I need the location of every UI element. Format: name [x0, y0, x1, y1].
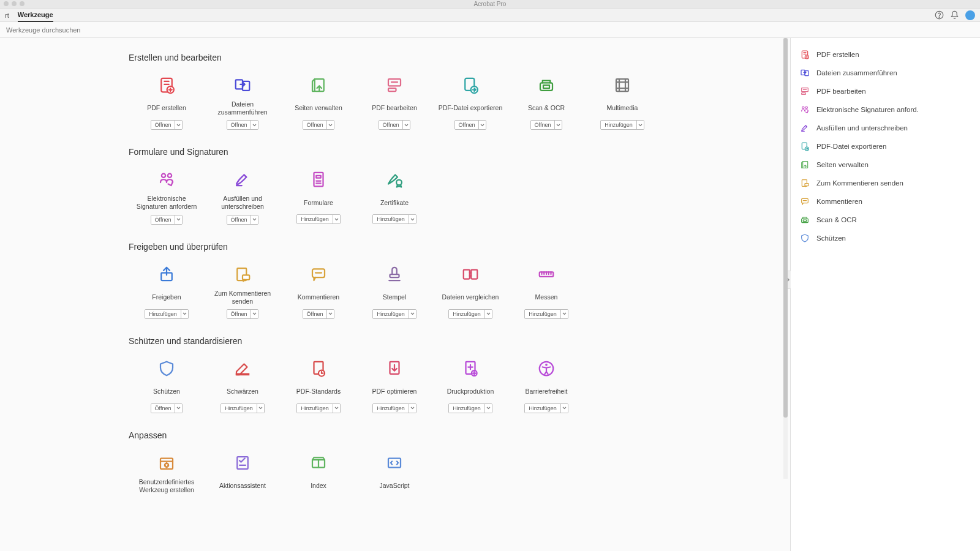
- tool-request-signatures[interactable]: Elektronische Signaturen anfordernÖffnen: [129, 165, 205, 233]
- tool-send-comments[interactable]: Zum Kommentieren sendenÖffnen: [205, 260, 281, 328]
- chevron-down-icon[interactable]: [478, 121, 486, 129]
- tool-action-button[interactable]: Öffnen: [151, 403, 183, 413]
- tab-tools[interactable]: Werkzeuge: [18, 9, 53, 22]
- rail-item-combine-files[interactable]: Dateien zusammenführen: [797, 64, 974, 82]
- tool-edit-pdf[interactable]: PDF bearbeitenÖffnen: [356, 71, 432, 138]
- tool-action-button[interactable]: Öffnen: [151, 120, 183, 130]
- rail-item-comment[interactable]: Kommentieren: [797, 192, 974, 211]
- minimize-window-icon[interactable]: [12, 1, 17, 6]
- tool-action-button[interactable]: Hinzufügen: [372, 309, 417, 319]
- chevron-down-icon[interactable]: [181, 310, 188, 318]
- tool-scan-ocr[interactable]: Scan & OCRÖffnen: [508, 71, 584, 138]
- tool-action-button[interactable]: Öffnen: [151, 215, 183, 225]
- tool-action-button[interactable]: Hinzufügen: [524, 403, 568, 413]
- tool-accessibility[interactable]: BarrierefreiheitHinzufügen: [508, 354, 584, 422]
- chevron-down-icon[interactable]: [636, 121, 644, 129]
- chevron-down-icon[interactable]: [326, 310, 334, 318]
- tool-action-button[interactable]: Öffnen: [227, 120, 259, 130]
- tool-action-label: Hinzufügen: [373, 215, 409, 223]
- tool-label: Schützen: [153, 384, 180, 400]
- tool-measure[interactable]: MessenHinzufügen: [508, 260, 584, 328]
- tool-action-button[interactable]: Hinzufügen: [448, 309, 492, 319]
- close-window-icon[interactable]: [4, 1, 9, 6]
- tab-start[interactable]: rt: [5, 9, 9, 21]
- chevron-down-icon[interactable]: [251, 121, 258, 129]
- tool-share[interactable]: FreigebenHinzufügen: [129, 260, 205, 328]
- maximize-window-icon[interactable]: [20, 1, 24, 6]
- bell-icon[interactable]: [950, 10, 959, 20]
- tool-action-button[interactable]: Öffnen: [227, 215, 259, 225]
- tool-fill-sign[interactable]: Ausfüllen und unterschreibenÖffnen: [205, 165, 281, 233]
- tool-action-button[interactable]: Öffnen: [379, 120, 411, 130]
- chevron-down-icon[interactable]: [560, 404, 568, 413]
- tool-action-button[interactable]: Öffnen: [227, 309, 259, 319]
- tool-certificates[interactable]: ZertifikateHinzufügen: [356, 165, 432, 233]
- tool-action-button[interactable]: Hinzufügen: [372, 403, 417, 413]
- tool-javascript[interactable]: JavaScript: [356, 449, 432, 506]
- rail-item-request-signatures[interactable]: Elektronische Signaturen anford.: [797, 100, 974, 119]
- chevron-down-icon[interactable]: [175, 404, 182, 413]
- chevron-down-icon[interactable]: [409, 310, 416, 318]
- chevron-down-icon[interactable]: [484, 404, 492, 413]
- chevron-down-icon[interactable]: [175, 121, 182, 129]
- tool-optimize[interactable]: PDF optimierenHinzufügen: [356, 354, 432, 422]
- chevron-down-icon[interactable]: [484, 310, 492, 318]
- chevron-down-icon[interactable]: [251, 216, 258, 224]
- tool-action-button[interactable]: Öffnen: [454, 120, 487, 130]
- tool-action-button[interactable]: Hinzufügen: [296, 214, 341, 224]
- tool-multimedia[interactable]: MultimediaHinzufügen: [584, 71, 660, 138]
- protect-icon: [799, 233, 810, 244]
- tool-compare[interactable]: Dateien vergleichenHinzufügen: [432, 260, 508, 328]
- export-pdf-icon: [799, 141, 810, 152]
- chevron-down-icon[interactable]: [402, 121, 410, 129]
- multimedia-icon: [612, 75, 633, 96]
- tool-action-button[interactable]: Hinzufügen: [221, 403, 265, 413]
- rail-item-organize-pages[interactable]: Seiten verwalten: [797, 156, 974, 174]
- rail-item-protect[interactable]: Schützen: [797, 229, 974, 247]
- chevron-down-icon[interactable]: [326, 121, 334, 129]
- chevron-down-icon[interactable]: [409, 404, 416, 413]
- tool-protect[interactable]: SchützenÖffnen: [129, 354, 205, 422]
- rail-item-send-comments[interactable]: Zum Kommentieren senden: [797, 174, 974, 192]
- tool-pdf-create[interactable]: PDF erstellenÖffnen: [129, 71, 205, 138]
- rail-item-fill-sign[interactable]: Ausfüllen und unterschreiben: [797, 119, 974, 137]
- rail-item-scan-ocr[interactable]: Scan & OCR: [797, 211, 974, 229]
- chevron-down-icon[interactable]: [554, 121, 562, 129]
- tool-comment[interactable]: KommentierenÖffnen: [281, 260, 356, 328]
- tool-redact[interactable]: SchwärzenHinzufügen: [205, 354, 281, 422]
- tool-custom-tool[interactable]: Benutzerdefiniertes Werkzeug erstellen: [129, 449, 205, 506]
- tool-export-pdf[interactable]: PDF-Datei exportierenÖffnen: [432, 71, 508, 138]
- avatar[interactable]: [965, 10, 975, 20]
- tool-organize-pages[interactable]: Seiten verwaltenÖffnen: [281, 71, 356, 138]
- tool-forms[interactable]: FormulareHinzufügen: [281, 165, 356, 233]
- chevron-down-icon[interactable]: [333, 404, 340, 413]
- chevron-down-icon[interactable]: [409, 215, 416, 223]
- tool-action-button[interactable]: Öffnen: [530, 120, 563, 130]
- chevron-down-icon[interactable]: [175, 216, 182, 224]
- chevron-down-icon[interactable]: [257, 404, 264, 413]
- tool-action-button[interactable]: Öffnen: [303, 309, 335, 319]
- tool-standards[interactable]: PDF-StandardsHinzufügen: [281, 354, 356, 422]
- tool-action-button[interactable]: Hinzufügen: [524, 309, 568, 319]
- chevron-down-icon[interactable]: [251, 310, 258, 318]
- search-input[interactable]: [6, 26, 141, 34]
- tool-action-wizard[interactable]: Aktionsassistent: [205, 449, 281, 506]
- tool-action-button[interactable]: Hinzufügen: [448, 403, 492, 413]
- rail-item-pdf-create[interactable]: PDF erstellen: [797, 45, 974, 64]
- help-icon[interactable]: [935, 10, 944, 20]
- tool-action-button[interactable]: Hinzufügen: [600, 120, 644, 130]
- scrollbar[interactable]: [783, 38, 788, 479]
- tool-stamp[interactable]: StempelHinzufügen: [356, 260, 432, 328]
- tool-print-production[interactable]: DruckproduktionHinzufügen: [432, 354, 508, 422]
- rail-item-edit-pdf[interactable]: PDF bearbeiten: [797, 82, 974, 100]
- tool-index[interactable]: Index: [281, 449, 356, 506]
- tool-combine-files[interactable]: Dateien zusammenführenÖffnen: [205, 71, 281, 138]
- chevron-down-icon[interactable]: [333, 215, 340, 223]
- tool-action-button[interactable]: Hinzufügen: [372, 214, 417, 224]
- window-controls[interactable]: [4, 1, 24, 6]
- tool-action-button[interactable]: Hinzufügen: [296, 403, 341, 413]
- tool-action-button[interactable]: Öffnen: [303, 120, 335, 130]
- chevron-down-icon[interactable]: [560, 310, 568, 318]
- rail-item-export-pdf[interactable]: PDF-Datei exportieren: [797, 137, 974, 156]
- tool-action-button[interactable]: Hinzufügen: [145, 309, 189, 319]
